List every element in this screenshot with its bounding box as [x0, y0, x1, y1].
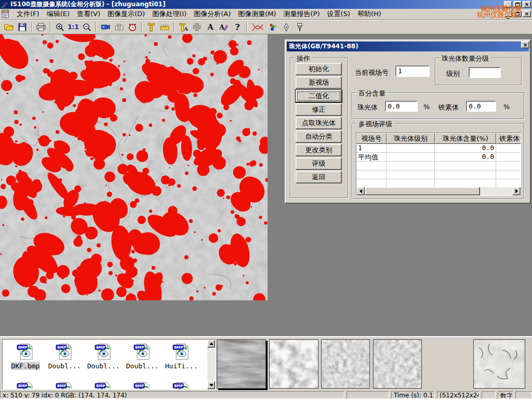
pearlite-label: 珠光体: [357, 103, 378, 112]
file-list-scrollbar[interactable]: [207, 340, 216, 389]
text-button[interactable]: A: [204, 21, 217, 33]
open-button[interactable]: [2, 21, 16, 33]
current-field-input[interactable]: 1: [395, 65, 430, 77]
binarize-button[interactable]: 二值化: [296, 90, 342, 102]
cell: 0.0: [435, 153, 496, 162]
scroll-up-button[interactable]: [207, 340, 215, 348]
ruler-button[interactable]: [158, 21, 171, 33]
file-item-partial[interactable]: BMP: [85, 381, 122, 390]
file-item[interactable]: BMP Doubl...: [46, 343, 83, 370]
menu-settings[interactable]: 设置(S): [324, 8, 354, 20]
file-item-partial[interactable]: BMP: [46, 381, 83, 390]
color-dots-button[interactable]: 3: [266, 21, 280, 33]
menu-image-display[interactable]: 图像显示(D): [104, 8, 149, 20]
video-camera-button[interactable]: [99, 21, 112, 33]
zoom-out-button[interactable]: [80, 21, 94, 33]
status-bar: x: 510 y: 79 idx: 0 RGB: (174, 174, 174)…: [0, 391, 532, 399]
new-field-button[interactable]: 新视场: [296, 76, 342, 89]
dialog-close-button[interactable]: ×: [521, 41, 529, 48]
scroll-track[interactable]: [365, 187, 512, 195]
menu-help[interactable]: 帮助(H): [354, 8, 385, 20]
thumbnail-1[interactable]: [217, 339, 266, 389]
grade-button[interactable]: 评级: [296, 157, 342, 170]
toolbar: 1:1 A A A ? 3: [0, 20, 532, 34]
print-button[interactable]: [34, 21, 48, 33]
col-field-no: 视场号: [356, 133, 387, 144]
table-row[interactable]: 平均值 0.0: [356, 153, 521, 162]
table-h-scrollbar[interactable]: [356, 187, 521, 195]
return-button[interactable]: 返回: [296, 171, 342, 183]
measure-text-button[interactable]: A: [177, 21, 190, 33]
file-item[interactable]: BMP Doubl...: [85, 343, 122, 370]
auto-classify-button[interactable]: 自动分类: [296, 130, 342, 143]
grade-input[interactable]: [469, 67, 501, 78]
scroll-right-button[interactable]: [512, 187, 521, 195]
brush-button[interactable]: [293, 21, 307, 33]
file-item-partial[interactable]: BMP: [7, 381, 44, 390]
multifield-table[interactable]: 视场号 珠光体级别 珠光体含量(%) 铁素体含量(%) 1 0.0 平均值 0.…: [356, 132, 521, 196]
file-item-partial[interactable]: BMP: [163, 381, 200, 390]
grid-merge-button[interactable]: [190, 21, 204, 33]
ferrite-percent-input[interactable]: 0.0: [466, 101, 496, 112]
thumbnail-3[interactable]: [321, 339, 370, 389]
document-icon: DOC: [2, 10, 10, 18]
zoom-in-button[interactable]: [53, 21, 66, 33]
menu-image-processing[interactable]: 图像处理(I): [149, 8, 190, 20]
grade-field-label: 级别: [446, 69, 460, 78]
help-button[interactable]: ?: [231, 21, 244, 33]
table-row[interactable]: 1 0.0: [356, 144, 521, 153]
minimize-button[interactable]: _: [504, 1, 512, 8]
capture-camera-button[interactable]: [112, 21, 126, 33]
init-button[interactable]: 初始化: [296, 63, 342, 75]
file-name[interactable]: HuiTi...: [165, 362, 198, 370]
menu-file[interactable]: 文件(F): [13, 8, 43, 20]
close-button[interactable]: ×: [523, 1, 531, 8]
scroll-left-button[interactable]: [356, 187, 365, 195]
menu-image-measure[interactable]: 图像测量(M): [234, 8, 280, 20]
child-close-button[interactable]: ×: [523, 10, 531, 17]
pen-button[interactable]: [280, 21, 293, 33]
file-name[interactable]: Doubl...: [126, 362, 159, 370]
cell: 平均值: [356, 153, 387, 162]
child-minimize-button[interactable]: _: [504, 10, 512, 17]
toolbar-separator: [246, 22, 247, 32]
pearlite-percent-input[interactable]: 0.0: [385, 101, 418, 112]
dialog-title-bar[interactable]: 珠光体(GB/T9441-88): [287, 42, 529, 51]
menu-image-analysis[interactable]: 图像分析(A): [190, 8, 234, 20]
menu-bar: DOC 文件(F) 编辑(E) 查看(V) 图像显示(D) 图像处理(I) 图像…: [0, 9, 532, 20]
file-name[interactable]: DKF.bmp: [11, 362, 41, 370]
metallographic-image[interactable]: [0, 34, 268, 300]
actual-size-button[interactable]: 1:1: [66, 21, 80, 33]
toolbar-separator: [96, 22, 97, 32]
file-item[interactable]: BMP Doubl...: [124, 343, 161, 370]
scroll-down-button[interactable]: [207, 381, 215, 389]
file-name[interactable]: Doubl...: [87, 362, 121, 370]
menu-view[interactable]: 查看(V): [73, 8, 104, 20]
thumbnail-2[interactable]: [269, 339, 318, 389]
change-class-button[interactable]: 更改类别: [296, 144, 342, 156]
mdi-workspace: 珠光体(GB/T9441-88) × 操作 初始化 新视场 二值化 修正 点取珠…: [0, 34, 532, 336]
correct-button[interactable]: 修正: [296, 103, 342, 116]
child-restore-button[interactable]: [513, 10, 522, 17]
pick-pearlite-button[interactable]: 点取珠光体: [296, 117, 342, 129]
annotate-button[interactable]: A: [217, 21, 231, 33]
file-name[interactable]: Doubl...: [48, 362, 82, 370]
thumbnail-4[interactable]: [373, 339, 422, 389]
curve-cut-button[interactable]: [249, 21, 266, 33]
cell: [387, 144, 435, 153]
col-pearlite-pct: 珠光体含量(%): [435, 133, 496, 144]
file-item[interactable]: BMP DKF.bmp: [7, 343, 44, 370]
restore-button[interactable]: [513, 1, 522, 8]
scroll-thumb[interactable]: [365, 187, 480, 195]
menu-measure-report[interactable]: 测量报告(P): [280, 8, 324, 20]
dialog-title: 珠光体(GB/T9441-88): [289, 42, 358, 51]
file-item[interactable]: BMP HuiTi...: [163, 343, 200, 370]
file-item-partial[interactable]: BMP: [124, 381, 161, 390]
timer-clock-button[interactable]: [126, 21, 139, 33]
save-button[interactable]: [16, 21, 29, 33]
thumbnail-5[interactable]: [473, 339, 525, 389]
table-row-empty: [356, 170, 521, 179]
caliper-button[interactable]: [144, 21, 158, 33]
file-list[interactable]: BMP DKF.bmp BMP Doubl... BMP: [2, 339, 216, 390]
menu-edit[interactable]: 编辑(E): [43, 8, 73, 20]
